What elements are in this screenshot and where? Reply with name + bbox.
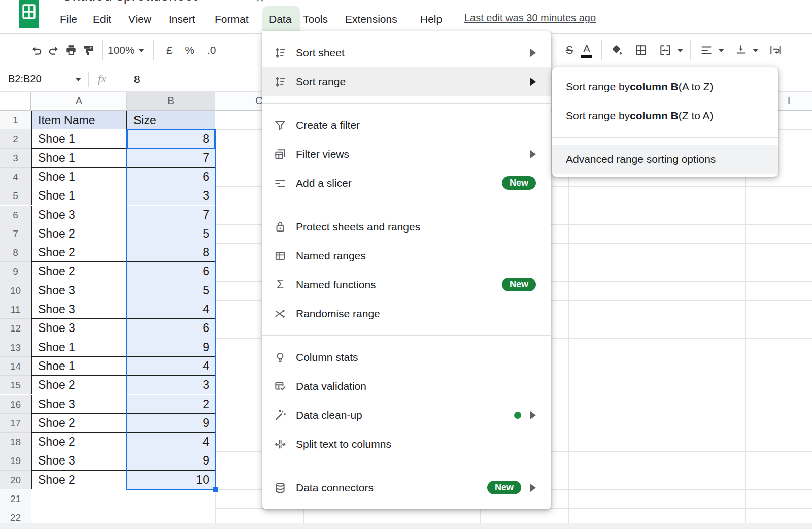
row-header-3[interactable]: 3 [0,149,31,168]
sheets-logo-icon[interactable] [18,0,40,29]
cell-B15[interactable]: 3 [127,376,215,394]
cell-B8[interactable]: 8 [127,243,215,262]
merge-caret-icon[interactable] [677,49,683,52]
cell-A11[interactable]: Shoe 3 [31,300,127,319]
zoom-caret-icon[interactable] [138,49,144,52]
vertical-align-caret-icon[interactable] [753,49,759,52]
row-header-16[interactable]: 16 [0,395,31,414]
row-header-15[interactable]: 15 [0,376,31,394]
cell-B17[interactable]: 9 [127,414,215,433]
horizontal-align-caret-icon[interactable] [718,49,724,52]
row-header-6[interactable]: 6 [0,206,31,224]
select-all-corner[interactable] [0,91,31,111]
last-edit-link[interactable]: Last edit was 30 minutes ago [464,12,596,24]
row-header-21[interactable]: 21 [0,489,31,508]
row-header-7[interactable]: 7 [0,224,31,243]
cell-B12[interactable]: 6 [127,319,215,338]
submenu-item-advanced-range-sorting-options[interactable]: Advanced range sorting options [552,145,778,174]
cell-A10[interactable]: Shoe 3 [31,281,127,300]
cell-B18[interactable]: 4 [127,433,215,451]
submenu-item-sort-a-to-z[interactable]: Sort range by column B (A to Z) [552,72,778,101]
cell-A2[interactable]: Shoe 1 [31,129,127,148]
cell-A14[interactable]: Shoe 1 [31,357,127,376]
cell-A5[interactable]: Shoe 1 [31,186,127,205]
vertical-align-button[interactable] [732,44,750,57]
menu-edit[interactable]: Edit [93,11,111,27]
horizontal-align-button[interactable] [698,44,715,57]
cell-A13[interactable]: Shoe 1 [31,338,127,357]
cell-A20[interactable]: Shoe 2 [31,471,127,489]
menu-help[interactable]: Help [420,11,442,27]
cell-B20[interactable]: 10 [127,471,215,489]
menu-item-split-text-to-columns[interactable]: Split text to columns [262,429,551,458]
cell-B2[interactable]: 8 [127,129,215,148]
cell-B5[interactable]: 3 [127,186,215,205]
cell-A19[interactable]: Shoe 3 [31,451,127,470]
cell-A6[interactable]: Shoe 3 [31,206,127,224]
cell-A17[interactable]: Shoe 2 [31,414,127,433]
cell-B1[interactable]: Size [127,111,215,129]
menu-item-sort-range[interactable]: Sort range [262,67,551,96]
star-icon[interactable]: ☆ [254,0,266,5]
row-header-20[interactable]: 20 [0,471,31,489]
menu-item-filter-views[interactable]: Filter views [262,140,551,169]
cell-A3[interactable]: Shoe 1 [31,149,127,168]
merge-cells-button[interactable] [657,44,674,57]
menu-item-sort-sheet[interactable]: Sort sheet [262,38,551,67]
menu-item-named-ranges[interactable]: Named ranges [262,241,551,270]
paint-format-button[interactable] [80,44,97,57]
format-percent-button[interactable]: % [178,44,201,56]
menu-format[interactable]: Format [215,11,249,27]
redo-button[interactable] [45,44,62,57]
cell-A8[interactable]: Shoe 2 [31,243,127,262]
format-currency-button[interactable]: £ [161,44,178,56]
cell-B21[interactable] [127,489,215,508]
menu-tools[interactable]: Tools [303,11,328,27]
cell-A7[interactable]: Shoe 2 [31,224,127,243]
fill-color-button[interactable] [608,44,625,57]
menu-view[interactable]: View [128,11,151,27]
cell-B9[interactable]: 6 [127,262,215,281]
menu-item-add-a-slicer[interactable]: Add a slicerNew [262,169,551,197]
cell-B14[interactable]: 4 [127,357,215,376]
menu-item-data-validation[interactable]: Data validation [262,372,551,401]
cell-A18[interactable]: Shoe 2 [31,433,127,451]
cell-A9[interactable]: Shoe 2 [31,262,127,281]
menu-item-protect-sheets-and-ranges[interactable]: Protect sheets and ranges [262,212,551,241]
decrease-decimal-button[interactable]: .0 [201,44,222,56]
cell-A12[interactable]: Shoe 3 [31,319,127,338]
column-header-A[interactable]: A [31,91,127,111]
row-header-1[interactable]: 1 [0,111,31,129]
cell-B16[interactable]: 2 [127,395,215,414]
cell-B3[interactable]: 7 [127,149,215,168]
row-header-19[interactable]: 19 [0,451,31,470]
menu-insert[interactable]: Insert [168,11,195,27]
menu-item-data-connectors[interactable]: Data connectorsNew [262,473,551,502]
row-header-12[interactable]: 12 [0,319,31,338]
text-color-button[interactable]: A [578,43,595,58]
menu-item-data-clean-up[interactable]: Data clean-up [262,401,551,429]
menu-item-randomise-range[interactable]: Randomise range [262,299,551,328]
row-header-2[interactable]: 2 [0,129,31,148]
row-header-14[interactable]: 14 [0,357,31,376]
row-header-13[interactable]: 13 [0,338,31,357]
row-header-5[interactable]: 5 [0,186,31,205]
name-box[interactable]: B2:B20 [8,67,42,91]
zoom-select[interactable]: 100% [108,44,135,56]
cell-B11[interactable]: 4 [127,300,215,319]
strikethrough-button[interactable]: S [561,44,578,57]
menu-item-named-functions[interactable]: ΣNamed functionsNew [262,270,551,299]
row-header-9[interactable]: 9 [0,262,31,281]
cell-B13[interactable]: 9 [127,338,215,357]
undo-button[interactable] [28,44,45,57]
borders-button[interactable] [632,44,650,57]
cell-A4[interactable]: Shoe 1 [31,168,127,186]
row-header-8[interactable]: 8 [0,243,31,262]
document-title[interactable]: Untitled spreadsheet [62,0,197,4]
fill-handle[interactable] [213,487,219,493]
cell-B19[interactable]: 9 [127,451,215,470]
formula-input[interactable]: 8 [134,67,140,91]
print-button[interactable] [62,44,80,57]
row-header-18[interactable]: 18 [0,433,31,451]
row-header-10[interactable]: 10 [0,281,31,300]
